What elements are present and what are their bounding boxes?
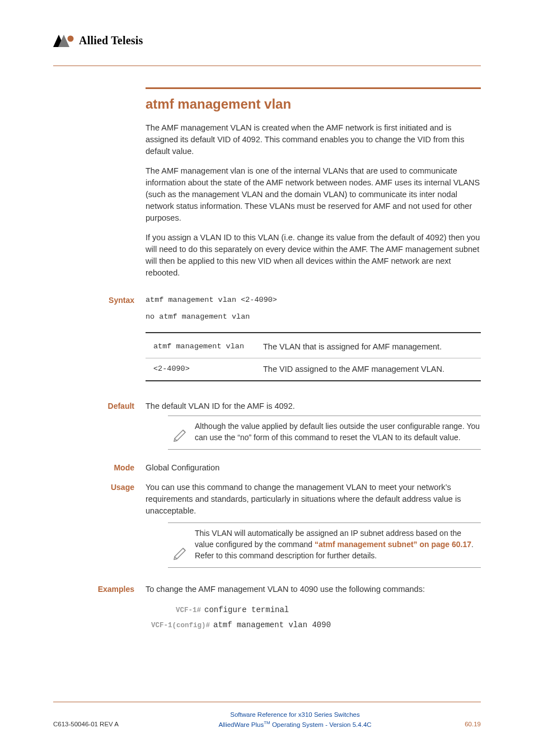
param-desc: The VID assigned to the AMF management V… <box>263 358 481 381</box>
label-syntax: Syntax <box>53 295 146 385</box>
example-cmd: atmf management vlan 4090 <box>213 620 331 629</box>
footer-center: Software Reference for x310 Series Switc… <box>154 710 436 729</box>
brand-logo-text: Allied Telesis <box>79 32 143 49</box>
usage-note-text: This VLAN will automatically be assigned… <box>193 528 481 562</box>
example-line: VCF-1#configure terminal <box>146 602 481 617</box>
xref-atmf-management-subnet[interactable]: “atmf management subnet” on page 60.17 <box>315 540 471 549</box>
footer-os-version: AlliedWare PlusTM Operating System - Ver… <box>154 720 436 730</box>
parameter-table: atmf management vlan The VLAN that is as… <box>146 332 481 381</box>
param-name: atmf management vlan <box>146 333 263 358</box>
intro-p2: The AMF management vlan is one of the in… <box>146 165 481 224</box>
svg-line-4 <box>175 438 177 441</box>
footer-product-line: Software Reference for x310 Series Switc… <box>154 710 436 720</box>
brand-logo-mark <box>53 35 74 47</box>
footer-page-number: 60.19 <box>436 720 481 729</box>
example-prompt: VCF-1(config)# <box>151 622 213 629</box>
note-usage: This VLAN will automatically be assigned… <box>168 522 481 568</box>
mode-text: Global Configuration <box>146 462 481 474</box>
example-cmd: configure terminal <box>204 605 289 614</box>
syntax-line-1: atmf management vlan <2-4090> <box>146 295 481 306</box>
label-default: Default <box>53 400 146 460</box>
examples-intro: To change the AMF management VLAN to 409… <box>146 584 481 595</box>
param-desc: The VLAN that is assigned for AMF manage… <box>263 333 481 358</box>
footer-rule <box>53 702 481 702</box>
svg-point-2 <box>68 35 74 41</box>
pencil-note-icon <box>168 528 193 562</box>
example-line: VCF-1(config)#atmf management vlan 4090 <box>146 617 481 632</box>
label-examples: Examples <box>53 584 146 633</box>
param-name: <2-4090> <box>146 358 263 381</box>
page-footer: C613-50046-01 REV A Software Reference f… <box>53 702 481 729</box>
example-prompt: VCF-1# <box>176 606 204 614</box>
usage-text: You can use this command to change the m… <box>146 482 481 517</box>
intro-p1: The AMF management VLAN is created when … <box>146 122 481 157</box>
intro-p3: If you assign a VLAN ID to this VLAN (i.… <box>146 232 481 279</box>
syntax-line-2: no atmf management vlan <box>146 311 481 323</box>
label-usage: Usage <box>53 482 146 578</box>
pencil-note-icon <box>168 421 193 444</box>
brand-logo: Allied Telesis <box>53 32 481 49</box>
footer-doc-id: C613-50046-01 REV A <box>53 720 154 729</box>
command-title: atmf management vlan <box>146 95 481 114</box>
header-rule <box>53 66 481 66</box>
svg-line-6 <box>175 557 177 559</box>
note-default: Although the value applied by default li… <box>168 416 481 450</box>
svg-line-5 <box>183 548 185 550</box>
label-mode: Mode <box>53 462 146 474</box>
default-text: The default VLAN ID for the AMF is 4092. <box>146 400 481 412</box>
svg-line-3 <box>183 430 185 432</box>
default-note-text: Although the value applied by default li… <box>193 421 481 444</box>
